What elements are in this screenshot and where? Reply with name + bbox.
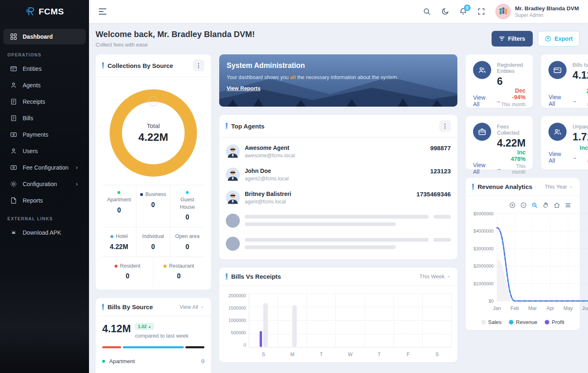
bills-source-list: Apartment0Business0	[102, 354, 204, 373]
pan-hand-icon[interactable]	[542, 202, 549, 209]
svg-text:Jun: Jun	[582, 305, 588, 311]
card-title: Bills Vs Receipts	[231, 273, 281, 280]
agent-email: agent2@fcms.local	[245, 176, 289, 182]
legend-item: Resident0	[102, 257, 153, 286]
chart-menu-icon[interactable]	[565, 202, 572, 209]
period-filter-dropdown[interactable]: This Week	[419, 273, 451, 280]
chart-legend: SalesRevenueProfit	[472, 319, 573, 325]
stat-card-fees-collected: Fees Collected 4.22M View All→ Inc 478% …	[466, 116, 533, 170]
svg-text:May: May	[563, 305, 573, 311]
legend-item[interactable]: Sales	[481, 319, 502, 325]
sidebar-item-label: Configuration	[23, 181, 57, 187]
sidebar-item-dashboard[interactable]: Dashboard	[3, 29, 86, 44]
cloud-upload-icon	[545, 35, 551, 42]
zoom-in-icon[interactable]	[509, 202, 516, 209]
title-accent-bar	[472, 184, 474, 190]
sidebar-item-fee-configuration[interactable]: Fee Configuration	[3, 160, 86, 175]
fullscreen-icon[interactable]	[477, 7, 485, 16]
sidebar-item-label: Users	[23, 148, 38, 154]
svg-text:Mar: Mar	[528, 305, 537, 311]
sidebar-item-entities[interactable]: Entities	[3, 61, 86, 77]
bills-source-row: Business0	[102, 368, 204, 373]
search-icon[interactable]	[423, 7, 431, 16]
stat-card-bills-issued: Bills Issued 4.12M View All→ Inc 253% Th…	[541, 54, 588, 108]
view-reports-link[interactable]: View Reports	[227, 85, 260, 91]
legend-item: Business0	[136, 185, 171, 227]
bills-source-row: Apartment0	[102, 354, 204, 368]
user-role: Super Admin	[515, 12, 579, 18]
sidebar-section-external: EXTERNAL LINKS	[0, 209, 89, 224]
progress-segment	[123, 346, 184, 348]
agent-avatar	[226, 191, 240, 205]
agent-list-item[interactable]: Awesome Agent awesome@fcms.local 998877	[219, 140, 457, 163]
stat-card-unpaid-bills: Unpaid Bills 1.71M View All→ Inc 46% Thi…	[541, 116, 588, 170]
skeleton-amount	[433, 238, 451, 242]
bill-document-icon	[10, 114, 17, 122]
progress-segment	[185, 346, 204, 348]
view-all-link[interactable]: View All→	[548, 94, 577, 107]
user-profile-menu[interactable]: Mr. Bradley Blanda DVM Super Admin	[495, 4, 579, 19]
view-all-link[interactable]: View All→	[548, 151, 577, 164]
zoom-out-icon[interactable]	[520, 202, 527, 209]
legend-item: Restaurant0	[153, 257, 204, 286]
svg-text:$2000000: $2000000	[473, 263, 494, 268]
home-reset-icon[interactable]	[553, 202, 560, 209]
chevron-down-icon	[447, 275, 451, 279]
sidebar-item-users[interactable]: Users	[3, 143, 86, 159]
legend-item[interactable]: Profit	[545, 319, 564, 325]
stat-card-registered-entities: Registered Entities 6 View All→ Dec -94%…	[466, 54, 533, 108]
donut-legend-grid: Apartment0Business0Guest House0Hotel4.22…	[102, 185, 204, 257]
chart-toolbar	[472, 199, 573, 210]
sidebar-item-bills[interactable]: Bills	[3, 110, 86, 126]
stat-period: This month	[577, 152, 588, 164]
chevron-right-icon	[75, 182, 79, 186]
arrow-right-icon: →	[496, 165, 501, 172]
card-title: Revenue Analytics	[478, 183, 532, 190]
bills-by-source-card: Bills By Source View All 4.12M 1.02▲ com…	[96, 298, 211, 373]
view-all-link[interactable]: View All→	[473, 94, 501, 107]
period-filter-dropdown[interactable]: This Year	[545, 184, 573, 190]
card-title: Collections By Source	[108, 62, 173, 69]
dashboard-content: Welcome back, Mr. Bradley Blanda DVM! Co…	[89, 23, 588, 373]
sidebar-item-label: Entities	[23, 65, 42, 72]
sidebar-item-label: Download APK	[23, 229, 61, 236]
kebab-menu-icon[interactable]: ⋮	[439, 120, 451, 132]
svg-text:$0: $0	[489, 298, 494, 303]
sidebar-item-agents[interactable]: Agents	[3, 77, 86, 93]
agent-list-item[interactable]: Britney Balistreri agent@fcms.local 1735…	[219, 186, 457, 209]
agent-name: Awesome Agent	[245, 145, 295, 151]
filter-funnel-icon	[499, 36, 505, 41]
stat-period: This month	[501, 102, 526, 107]
stat-period: This month	[577, 96, 588, 107]
donut-marker	[148, 96, 158, 106]
legend-item[interactable]: Revenue	[509, 319, 537, 325]
sidebar-item-label: Fee Configuration	[23, 164, 68, 171]
gear-icon	[10, 180, 17, 188]
sidebar-section-operations: OPERATIONS	[0, 45, 89, 61]
progress-segment	[102, 346, 121, 348]
sidebar-item-configuration[interactable]: Configuration	[3, 176, 86, 192]
filters-button[interactable]: Filters	[492, 31, 533, 47]
export-button[interactable]: Export	[538, 31, 580, 47]
sidebar-item-receipts[interactable]: Receipts	[3, 94, 86, 110]
notifications-bell-icon[interactable]: 0	[459, 7, 467, 16]
agent-amount: 998877	[430, 145, 451, 152]
stat-value: 6	[497, 75, 525, 87]
donut-legend-grid: Resident0Restaurant0	[102, 257, 204, 286]
agent-email: awesome@fcms.local	[245, 153, 295, 159]
kebab-menu-icon[interactable]: ⋮	[193, 60, 204, 71]
agent-list-item[interactable]: John Doe agent2@fcms.local 123123	[219, 163, 457, 186]
view-all-link[interactable]: View All→	[473, 162, 501, 175]
sidebar-item-download-apk[interactable]: Download APK	[3, 225, 86, 240]
view-all-dropdown[interactable]: View All	[180, 304, 204, 310]
sidebar-toggle-hamburger-icon[interactable]	[98, 8, 107, 15]
agent-avatar	[226, 145, 240, 159]
dark-mode-moon-icon[interactable]	[441, 7, 449, 16]
legend-item: Individual0	[136, 227, 171, 257]
sidebar-item-payments[interactable]: Payments	[3, 127, 86, 142]
report-file-icon	[10, 197, 17, 204]
sidebar-item-reports[interactable]: Reports	[3, 193, 86, 208]
selection-zoom-icon[interactable]	[531, 202, 538, 209]
brand-logo[interactable]: FCMS	[0, 0, 89, 23]
android-icon	[10, 229, 17, 236]
